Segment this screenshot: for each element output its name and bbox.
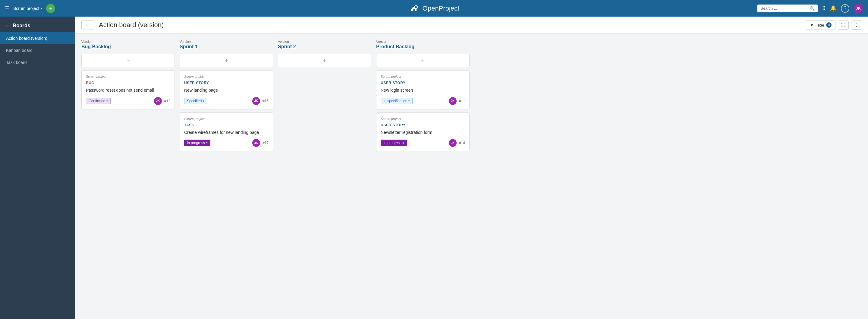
header-actions: ▼ Filter 0 ⛶ ⋮ xyxy=(806,20,862,30)
card-id: #14 xyxy=(459,141,465,145)
version-label: Version xyxy=(180,40,273,44)
card-title: New login screen xyxy=(381,87,465,93)
card-id: #16 xyxy=(262,99,269,103)
card-project: Scrum project xyxy=(381,75,465,78)
sidebar-title: Boards xyxy=(13,23,30,29)
card-footer: In progress ▾ JK #17 xyxy=(184,139,269,147)
column-sprint-1: Version Sprint 1 + Scrum project USER ST… xyxy=(180,40,273,313)
main-content: ← Action board (version) ▼ Filter 0 ⛶ ⋮ xyxy=(75,17,868,319)
chevron-down-icon: ▾ xyxy=(106,99,108,103)
add-card-button[interactable]: + xyxy=(180,54,273,67)
card: Scrum project BUG Password reset does no… xyxy=(82,70,175,110)
filter-icon: ▼ xyxy=(810,23,814,27)
card-title: New landing page xyxy=(184,87,269,93)
column-header: Version Sprint 1 xyxy=(180,40,273,50)
column-title: Sprint 1 xyxy=(180,44,273,50)
app-body: ← Boards Action board (version) Kanban b… xyxy=(0,17,868,319)
chevron-down-icon: ▾ xyxy=(403,141,404,144)
add-card-button[interactable]: + xyxy=(278,54,371,67)
version-label: Version xyxy=(82,40,175,44)
card-avatar: JK xyxy=(449,97,457,105)
status-badge[interactable]: Specified ▾ xyxy=(184,98,207,104)
bell-icon[interactable]: 🔔 xyxy=(830,5,837,12)
column-header: Version Product Backlog xyxy=(376,40,470,50)
nav-left: ☰ Scrum project ▾ + xyxy=(5,4,55,13)
project-name: Scrum project xyxy=(13,6,39,11)
card-footer: Specified ▾ JK #16 xyxy=(184,97,269,105)
chevron-down-icon: ▾ xyxy=(41,7,42,10)
card-project: Scrum project xyxy=(86,75,170,78)
sidebar: ← Boards Action board (version) Kanban b… xyxy=(0,17,75,319)
hamburger-icon[interactable]: ☰ xyxy=(5,5,10,12)
sidebar-item-kanban-board[interactable]: Kanban board xyxy=(0,44,75,56)
board-header: ← Action board (version) ▼ Filter 0 ⛶ ⋮ xyxy=(75,17,868,34)
project-selector[interactable]: Scrum project ▾ xyxy=(13,6,42,11)
nav-right: 🔍 ⠿ 🔔 ? JK xyxy=(757,4,863,13)
board-area: Version Bug Backlog + Scrum project BUG … xyxy=(75,34,868,319)
card: Scrum project TASK Create wireframes for… xyxy=(180,113,273,152)
add-card-button[interactable]: + xyxy=(82,54,175,67)
card: Scrum project USER STORY New login scree… xyxy=(376,70,470,110)
logo: OpenProject xyxy=(409,4,459,13)
card: Scrum project USER STORY Newsletter regi… xyxy=(376,113,470,152)
card-title: Newsletter registration form xyxy=(381,129,465,136)
card-id: #12 xyxy=(164,99,170,103)
search-input[interactable] xyxy=(761,6,807,10)
card-project: Scrum project xyxy=(184,75,269,78)
card-project: Scrum project xyxy=(184,117,269,121)
status-badge[interactable]: In progress ▾ xyxy=(184,140,210,146)
card: Scrum project USER STORY New landing pag… xyxy=(180,70,273,110)
sidebar-item-action-board[interactable]: Action board (version) xyxy=(0,32,75,44)
sidebar-nav: Action board (version) Kanban board Task… xyxy=(0,32,75,68)
card-footer: In specification ▾ JK #11 xyxy=(381,97,465,105)
more-options-button[interactable]: ⋮ xyxy=(851,21,862,30)
card-type: USER STORY xyxy=(381,81,465,85)
card-avatar: JK xyxy=(154,97,162,105)
card-footer: Confirmed ▾ JK #12 xyxy=(86,97,170,105)
column-product-backlog: Version Product Backlog + Scrum project … xyxy=(376,40,470,313)
card-id: #11 xyxy=(459,99,465,103)
logo-icon xyxy=(409,4,420,13)
card-title: Create wireframes for new landing page xyxy=(184,129,269,136)
column-header: Version Sprint 2 xyxy=(278,40,371,50)
card-avatar: JK xyxy=(252,97,260,105)
logo-text: OpenProject xyxy=(423,4,459,12)
sidebar-back-icon[interactable]: ← xyxy=(5,23,10,28)
chevron-down-icon: ▾ xyxy=(408,99,410,103)
avatar[interactable]: JK xyxy=(854,4,863,13)
status-badge[interactable]: In specification ▾ xyxy=(381,98,412,104)
sidebar-header: ← Boards xyxy=(0,19,75,32)
top-nav: ☰ Scrum project ▾ + OpenProject 🔍 ⠿ 🔔 ? … xyxy=(0,0,868,17)
help-icon[interactable]: ? xyxy=(841,4,849,13)
search-box[interactable]: 🔍 xyxy=(757,4,818,12)
filter-button[interactable]: ▼ Filter 0 xyxy=(806,20,835,30)
expand-icon: ⛶ xyxy=(841,23,845,27)
column-title: Sprint 2 xyxy=(278,44,371,50)
board-title: Action board (version) xyxy=(99,21,801,29)
board-back-button[interactable]: ← xyxy=(82,20,94,30)
add-card-button[interactable]: + xyxy=(376,54,470,67)
card-avatar: JK xyxy=(252,139,260,147)
chevron-down-icon: ▾ xyxy=(203,99,204,103)
svg-point-0 xyxy=(414,6,417,9)
add-button[interactable]: + xyxy=(46,4,55,13)
search-icon: 🔍 xyxy=(809,6,815,11)
column-header: Version Bug Backlog xyxy=(82,40,175,50)
version-label: Version xyxy=(278,40,371,44)
card-type: TASK xyxy=(184,123,269,127)
chevron-down-icon: ▾ xyxy=(206,141,208,144)
version-label: Version xyxy=(376,40,470,44)
status-badge[interactable]: Confirmed ▾ xyxy=(86,98,111,104)
card-type: USER STORY xyxy=(381,123,465,127)
expand-button[interactable]: ⛶ xyxy=(838,21,849,30)
status-badge[interactable]: In progress ▾ xyxy=(381,140,407,146)
grid-icon[interactable]: ⠿ xyxy=(822,5,826,12)
card-type: USER STORY xyxy=(184,81,269,85)
card-title: Password reset does not send email xyxy=(86,87,170,93)
column-bug-backlog: Version Bug Backlog + Scrum project BUG … xyxy=(82,40,175,313)
column-title: Product Backlog xyxy=(376,44,470,50)
card-id: #17 xyxy=(262,141,269,145)
card-footer: In progress ▾ JK #14 xyxy=(381,139,465,147)
column-sprint-2: Version Sprint 2 + xyxy=(278,40,371,313)
sidebar-item-task-board[interactable]: Task board xyxy=(0,56,75,68)
